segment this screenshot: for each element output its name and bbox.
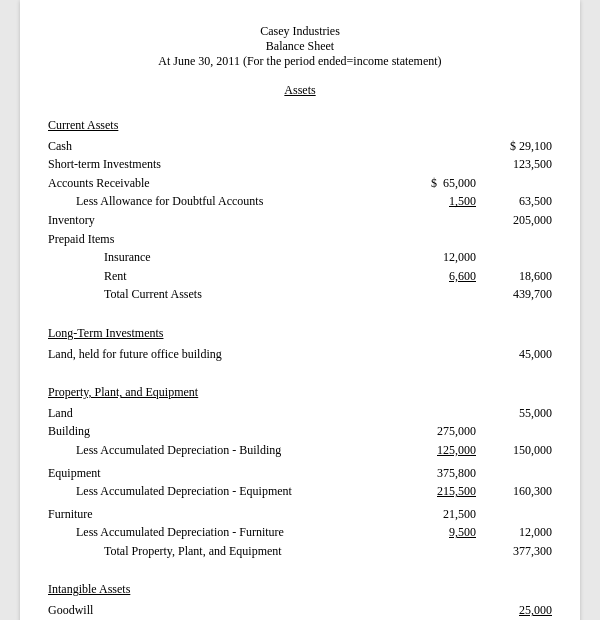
ppe-heading-row: Property, Plant, and Equipment bbox=[48, 373, 552, 404]
goodwill-col-b: 25,000 bbox=[482, 601, 552, 620]
land-future-row: Land, held for future office building 45… bbox=[48, 345, 552, 364]
allowance-col-b: 63,500 bbox=[482, 192, 552, 211]
ppe-land-label: Land bbox=[48, 404, 412, 423]
goodwill-row: Goodwill 25,000 bbox=[48, 601, 552, 620]
report-title: Balance Sheet bbox=[48, 39, 552, 54]
ar-row: Accounts Receivable $ 65,000 bbox=[48, 174, 552, 193]
intangible-heading: Intangible Assets bbox=[48, 570, 552, 601]
allowance-row: Less Allowance for Doubtful Accounts 1,5… bbox=[48, 192, 552, 211]
dep-furniture-col-a: 9,500 bbox=[412, 523, 482, 542]
building-row: Building 275,000 bbox=[48, 422, 552, 441]
dep-furniture-col-b: 12,000 bbox=[482, 523, 552, 542]
ppe-land-col-b: 55,000 bbox=[482, 404, 552, 423]
inventory-col-b: 205,000 bbox=[482, 211, 552, 230]
dep-furniture-row: Less Accumulated Depreciation - Furnitur… bbox=[48, 523, 552, 542]
balance-sheet-page: Casey Industries Balance Sheet At June 3… bbox=[20, 0, 580, 620]
total-current-assets-row: Total Current Assets 439,700 bbox=[48, 285, 552, 304]
total-ppe-col-b: 377,300 bbox=[482, 542, 552, 561]
total-current-assets-label: Total Current Assets bbox=[48, 285, 412, 304]
allowance-label: Less Allowance for Doubtful Accounts bbox=[48, 192, 412, 211]
short-term-col-b: 123,500 bbox=[482, 155, 552, 174]
long-term-heading-row: Long-Term Investments bbox=[48, 314, 552, 345]
ar-col-a: $ 65,000 bbox=[412, 174, 482, 193]
report-date: At June 30, 2011 (For the period ended=i… bbox=[48, 54, 552, 69]
ar-label: Accounts Receivable bbox=[48, 174, 412, 193]
total-ppe-row: Total Property, Plant, and Equipment 377… bbox=[48, 542, 552, 561]
cash-col-b: $ 29,100 bbox=[482, 137, 552, 156]
report-header: Casey Industries Balance Sheet At June 3… bbox=[48, 24, 552, 69]
building-col-a: 275,000 bbox=[412, 422, 482, 441]
dep-building-col-b: 150,000 bbox=[482, 441, 552, 460]
current-assets-heading-row: Current Assets bbox=[48, 106, 552, 137]
equipment-label: Equipment bbox=[48, 464, 412, 483]
equipment-col-a: 375,800 bbox=[412, 464, 482, 483]
intangible-heading-row: Intangible Assets bbox=[48, 570, 552, 601]
ppe-land-row: Land 55,000 bbox=[48, 404, 552, 423]
total-ppe-label: Total Property, Plant, and Equipment bbox=[48, 542, 412, 561]
furniture-row: Furniture 21,500 bbox=[48, 505, 552, 524]
dep-furniture-label: Less Accumulated Depreciation - Furnitur… bbox=[48, 523, 412, 542]
current-assets-heading: Current Assets bbox=[48, 106, 552, 137]
dep-building-col-a: 125,000 bbox=[412, 441, 482, 460]
intangible-section: Intangible Assets Goodwill 25,000 bbox=[48, 570, 552, 619]
dep-building-label: Less Accumulated Depreciation - Building bbox=[48, 441, 412, 460]
cash-row: Cash $ 29,100 bbox=[48, 137, 552, 156]
ppe-section: Property, Plant, and Equipment Land 55,0… bbox=[48, 373, 552, 560]
inventory-label: Inventory bbox=[48, 211, 412, 230]
land-future-col-b: 45,000 bbox=[482, 345, 552, 364]
land-future-label: Land, held for future office building bbox=[48, 345, 412, 364]
long-term-heading: Long-Term Investments bbox=[48, 314, 552, 345]
current-assets-section: Current Assets Cash $ 29,100 Short-term … bbox=[48, 106, 552, 304]
prepaid-label: Prepaid Items bbox=[48, 230, 412, 249]
insurance-label: Insurance bbox=[48, 248, 412, 267]
allowance-col-a: 1,500 bbox=[412, 192, 482, 211]
dep-equipment-row: Less Accumulated Depreciation - Equipmen… bbox=[48, 482, 552, 501]
rent-col-a: 6,600 bbox=[412, 267, 482, 286]
furniture-label: Furniture bbox=[48, 505, 412, 524]
short-term-label: Short-term Investments bbox=[48, 155, 412, 174]
total-current-assets-col-b: 439,700 bbox=[482, 285, 552, 304]
dep-equipment-col-a: 215,500 bbox=[412, 482, 482, 501]
building-label: Building bbox=[48, 422, 412, 441]
insurance-row: Insurance 12,000 bbox=[48, 248, 552, 267]
ppe-heading: Property, Plant, and Equipment bbox=[48, 373, 552, 404]
long-term-section: Long-Term Investments Land, held for fut… bbox=[48, 314, 552, 363]
prepaid-row: Prepaid Items bbox=[48, 230, 552, 249]
rent-label: Rent bbox=[48, 267, 412, 286]
short-term-row: Short-term Investments 123,500 bbox=[48, 155, 552, 174]
dep-equipment-label: Less Accumulated Depreciation - Equipmen… bbox=[48, 482, 412, 501]
dep-building-row: Less Accumulated Depreciation - Building… bbox=[48, 441, 552, 460]
goodwill-label: Goodwill bbox=[48, 601, 412, 620]
equipment-row: Equipment 375,800 bbox=[48, 464, 552, 483]
assets-heading: Assets bbox=[48, 83, 552, 98]
company-name: Casey Industries bbox=[48, 24, 552, 39]
insurance-col-a: 12,000 bbox=[412, 248, 482, 267]
rent-col-b: 18,600 bbox=[482, 267, 552, 286]
furniture-col-a: 21,500 bbox=[412, 505, 482, 524]
dep-equipment-col-b: 160,300 bbox=[482, 482, 552, 501]
inventory-row: Inventory 205,000 bbox=[48, 211, 552, 230]
cash-label: Cash bbox=[48, 137, 412, 156]
rent-row: Rent 6,600 18,600 bbox=[48, 267, 552, 286]
